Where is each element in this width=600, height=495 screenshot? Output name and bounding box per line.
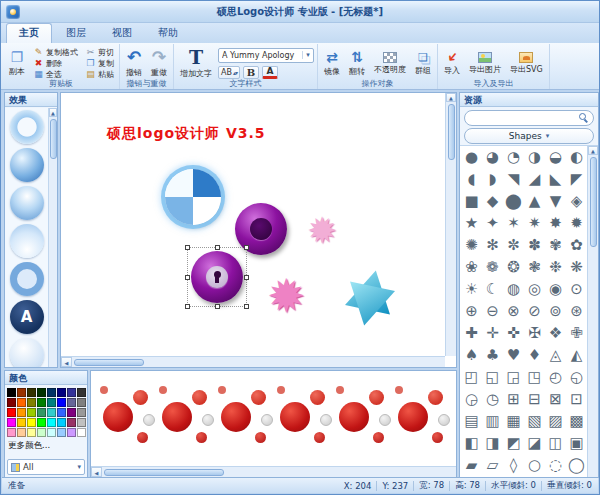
color-swatch[interactable] <box>27 418 36 427</box>
shape-item[interactable]: ♣ <box>482 344 503 366</box>
color-swatch[interactable] <box>57 388 66 397</box>
shape-item[interactable]: ▱ <box>482 454 503 476</box>
canvas-logo-text[interactable]: 硕思logo设计师 V3.5 <box>107 125 266 143</box>
shape-item[interactable]: ✷ <box>524 212 545 234</box>
font-size-stepper[interactable]: AB ▴▾ <box>218 66 240 79</box>
shape-item[interactable]: ◈ <box>566 190 587 212</box>
shape-item[interactable]: ◤ <box>566 168 587 190</box>
color-swatch[interactable] <box>57 408 66 417</box>
color-swatch[interactable] <box>77 418 86 427</box>
search-input[interactable] <box>469 112 579 124</box>
color-swatch[interactable] <box>7 408 16 417</box>
template-5[interactable] <box>335 376 390 462</box>
color-swatch[interactable] <box>7 388 16 397</box>
shape-item[interactable]: ▥ <box>482 410 503 432</box>
shape-item[interactable]: ♠ <box>461 344 482 366</box>
shape-item[interactable]: ◷ <box>482 388 503 410</box>
shape-item[interactable]: ❀ <box>461 256 482 278</box>
color-swatch[interactable] <box>17 388 26 397</box>
pink-starburst-large[interactable]: ✹ <box>267 273 306 319</box>
shape-item[interactable]: ◎ <box>524 278 545 300</box>
shape-item[interactable]: ▨ <box>545 410 566 432</box>
shape-item[interactable]: ◒ <box>545 146 566 168</box>
shape-item[interactable]: ✾ <box>545 234 566 256</box>
color-swatch[interactable] <box>37 388 46 397</box>
color-swatch[interactable] <box>47 418 56 427</box>
shape-item[interactable]: ◥ <box>503 168 524 190</box>
selection-handle[interactable] <box>185 245 190 250</box>
shape-item[interactable]: ⊟ <box>524 388 545 410</box>
color-swatch[interactable] <box>77 428 86 437</box>
canvas-page[interactable]: 硕思logo设计师 V3.5 ✹ ✹ <box>61 93 445 356</box>
selection-box[interactable] <box>187 247 247 307</box>
effect-soft[interactable] <box>5 336 48 367</box>
shape-item[interactable]: ◔ <box>503 146 524 168</box>
shape-item[interactable]: ◩ <box>503 432 524 454</box>
color-swatch[interactable] <box>17 398 26 407</box>
shape-item[interactable]: ⊛ <box>566 300 587 322</box>
canvas-hscroll-thumb[interactable] <box>74 359 144 366</box>
color-swatch[interactable] <box>77 398 86 407</box>
bold-button[interactable]: B <box>243 66 259 79</box>
shape-item[interactable]: ◵ <box>566 366 587 388</box>
shape-item[interactable]: ✙ <box>566 322 587 344</box>
shape-item[interactable]: ◲ <box>503 366 524 388</box>
selection-handle[interactable] <box>215 245 220 250</box>
redo-button[interactable]: ↷ 重做 <box>148 46 170 80</box>
shape-item[interactable]: ⊕ <box>461 300 482 322</box>
shape-item[interactable]: ◱ <box>482 366 503 388</box>
shape-item[interactable]: ❋ <box>566 256 587 278</box>
canvas-vscrollbar[interactable]: ▲ <box>445 93 456 356</box>
color-swatch[interactable] <box>67 428 76 437</box>
color-swatch[interactable] <box>67 408 76 417</box>
color-swatch[interactable] <box>7 418 16 427</box>
color-swatch[interactable] <box>47 428 56 437</box>
color-swatch[interactable] <box>57 418 66 427</box>
color-swatch[interactable] <box>47 398 56 407</box>
shape-item[interactable]: ◶ <box>461 388 482 410</box>
copy-button[interactable]: ❐ 复制 <box>83 58 116 69</box>
shape-item[interactable]: ◆ <box>482 190 503 212</box>
shape-item[interactable]: ◫ <box>545 432 566 454</box>
scroll-up-icon[interactable]: ▲ <box>588 146 598 155</box>
shape-item[interactable]: ▼ <box>545 190 566 212</box>
shape-item[interactable]: ✺ <box>461 234 482 256</box>
color-swatch[interactable] <box>27 428 36 437</box>
shape-item[interactable]: ✸ <box>545 212 566 234</box>
shape-item[interactable]: ❃ <box>524 256 545 278</box>
template-6[interactable] <box>394 376 449 462</box>
scroll-up-icon[interactable]: ▲ <box>446 93 456 102</box>
quarter-circle-shape[interactable] <box>165 169 221 225</box>
shape-item[interactable]: ⊠ <box>545 388 566 410</box>
shape-item[interactable]: ◴ <box>545 366 566 388</box>
scroll-left-icon[interactable]: ◀ <box>91 467 102 477</box>
shape-item[interactable]: ■ <box>461 190 482 212</box>
shape-item[interactable]: ◗ <box>482 168 503 190</box>
shape-item[interactable]: ❁ <box>482 256 503 278</box>
shape-item[interactable]: ★ <box>461 212 482 234</box>
effect-gloss[interactable] <box>5 184 48 222</box>
color-swatch[interactable] <box>77 408 86 417</box>
group-button[interactable]: ❏ 群组 <box>412 46 434 80</box>
shape-item[interactable]: ✽ <box>524 234 545 256</box>
pink-starburst-small[interactable]: ✹ <box>307 213 337 249</box>
shape-item[interactable]: ⊘ <box>524 300 545 322</box>
effects-scrollbar[interactable]: ▲ <box>48 108 57 367</box>
shape-item[interactable]: ✛ <box>482 322 503 344</box>
shape-item[interactable]: ◊ <box>503 454 524 476</box>
shape-item[interactable]: ◨ <box>482 432 503 454</box>
export-svg-button[interactable]: 导出SVG <box>507 46 546 80</box>
template-4[interactable] <box>276 376 331 462</box>
shape-item[interactable]: ▲ <box>524 190 545 212</box>
export-image-button[interactable]: 导出图片 <box>466 46 504 80</box>
shape-item[interactable]: ▦ <box>503 410 524 432</box>
selection-handle[interactable] <box>185 275 190 280</box>
color-swatch[interactable] <box>57 428 66 437</box>
shape-item[interactable]: ❉ <box>545 256 566 278</box>
color-swatch[interactable] <box>27 398 36 407</box>
color-swatch[interactable] <box>47 408 56 417</box>
gallery-hscrollbar[interactable]: ◀ <box>91 466 456 477</box>
shapes-scroll-thumb[interactable] <box>590 157 597 247</box>
shape-item[interactable]: ◭ <box>566 344 587 366</box>
shape-item[interactable]: ◖ <box>461 168 482 190</box>
